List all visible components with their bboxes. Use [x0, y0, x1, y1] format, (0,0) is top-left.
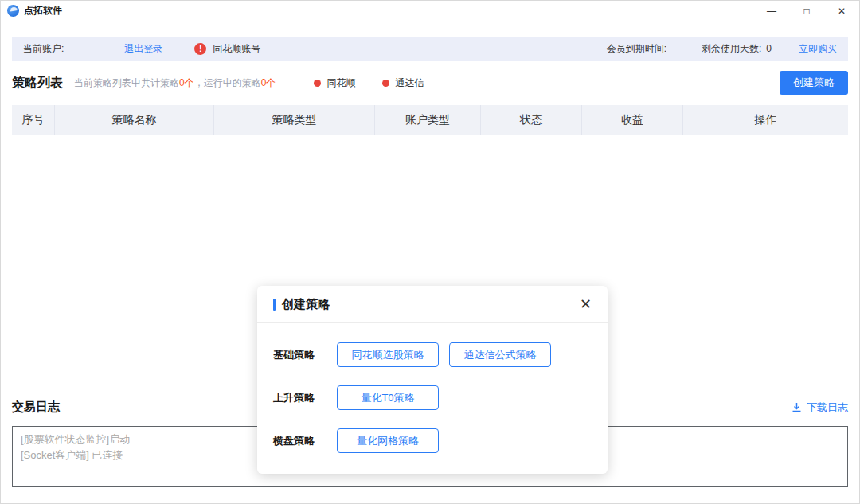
sideways-strategy-label: 横盘策略: [273, 434, 337, 448]
quant-grid-strategy-button[interactable]: 量化网格策略: [337, 428, 439, 453]
summary-text: 当前策略列表中共计策略: [74, 77, 179, 88]
summary-text-2: ，运行中的策略: [194, 77, 261, 88]
col-header-index: 序号: [12, 105, 55, 135]
modal-header: 创建策略 ✕: [257, 286, 608, 323]
strategy-list-header: 策略列表 当前策略列表中共计策略0个，运行中的策略0个 同花顺 通达信 创建策略: [12, 71, 848, 95]
close-button[interactable]: ✕: [824, 1, 859, 21]
strategy-table-body: 创建策略 ✕ 基础策略 同花顺选股策略 通达信公式策略 上升策略 量化T0策略 …: [1, 135, 859, 400]
strategy-summary: 当前策略列表中共计策略0个，运行中的策略0个: [74, 76, 276, 90]
rising-strategy-label: 上升策略: [273, 391, 337, 405]
strategy-list-title: 策略列表: [12, 75, 63, 92]
download-log-label: 下载日志: [807, 400, 848, 415]
app-title: 点拓软件: [24, 4, 62, 18]
legend: 同花顺 通达信: [314, 76, 424, 90]
member-expire-label: 会员到期时间:: [607, 42, 666, 56]
modal-title: 创建策略: [282, 297, 330, 312]
strategy-table-header: 序号 策略名称 策略类型 账户类型 状态 收益 操作: [12, 105, 848, 135]
col-header-profit: 收益: [582, 105, 683, 135]
quant-t0-strategy-button[interactable]: 量化T0策略: [337, 385, 439, 410]
legend-item-ths: 同花顺: [314, 76, 355, 90]
modal-row-rising: 上升策略 量化T0策略: [273, 385, 592, 410]
maximize-button[interactable]: □: [789, 1, 824, 21]
legend-label-ths: 同花顺: [326, 76, 355, 90]
modal-close-icon[interactable]: ✕: [580, 297, 592, 311]
modal-body: 基础策略 同花顺选股策略 通达信公式策略 上升策略 量化T0策略 横盘策略 量化…: [257, 323, 608, 474]
col-header-operation: 操作: [683, 105, 848, 135]
current-account-label: 当前账户:: [23, 42, 64, 56]
summary-count-total: 0个: [179, 77, 194, 88]
account-bar: 当前账户: 退出登录 ! 同花顺账号 会员到期时间: 剩余使用天数: 0 立即购…: [12, 37, 848, 61]
summary-count-running: 0个: [261, 77, 276, 88]
tdx-formula-strategy-button[interactable]: 通达信公式策略: [449, 342, 551, 367]
tdx-dot-icon: [382, 80, 389, 87]
ths-stock-strategy-button[interactable]: 同花顺选股策略: [337, 342, 439, 367]
modal-row-basic: 基础策略 同花顺选股策略 通达信公式策略: [273, 342, 592, 367]
remaining-days-label: 剩余使用天数:: [702, 42, 761, 56]
col-header-name: 策略名称: [55, 105, 214, 135]
buy-now-link[interactable]: 立即购买: [799, 42, 837, 56]
account-type-label: 同花顺账号: [213, 42, 260, 56]
logout-link[interactable]: 退出登录: [124, 42, 162, 56]
app-logo-icon: [7, 5, 19, 17]
legend-item-tdx: 通达信: [382, 76, 424, 90]
download-log-link[interactable]: 下载日志: [792, 400, 848, 415]
modal-title-accent-bar: [273, 299, 276, 311]
basic-strategy-label: 基础策略: [273, 348, 337, 362]
trade-log-title: 交易日志: [12, 400, 60, 415]
col-header-type: 策略类型: [214, 105, 375, 135]
create-strategy-modal: 创建策略 ✕ 基础策略 同花顺选股策略 通达信公式策略 上升策略 量化T0策略 …: [257, 286, 608, 474]
col-header-account-type: 账户类型: [375, 105, 481, 135]
modal-row-sideways: 横盘策略 量化网格策略: [273, 428, 592, 453]
download-icon: [792, 402, 802, 412]
alert-icon: !: [194, 43, 206, 55]
legend-label-tdx: 通达信: [395, 76, 424, 90]
remaining-days-value: 0: [766, 43, 772, 54]
create-strategy-button[interactable]: 创建策略: [780, 71, 848, 95]
titlebar: 点拓软件 — □ ✕: [1, 1, 859, 21]
ths-dot-icon: [314, 80, 321, 87]
minimize-button[interactable]: —: [754, 1, 789, 21]
col-header-status: 状态: [481, 105, 582, 135]
